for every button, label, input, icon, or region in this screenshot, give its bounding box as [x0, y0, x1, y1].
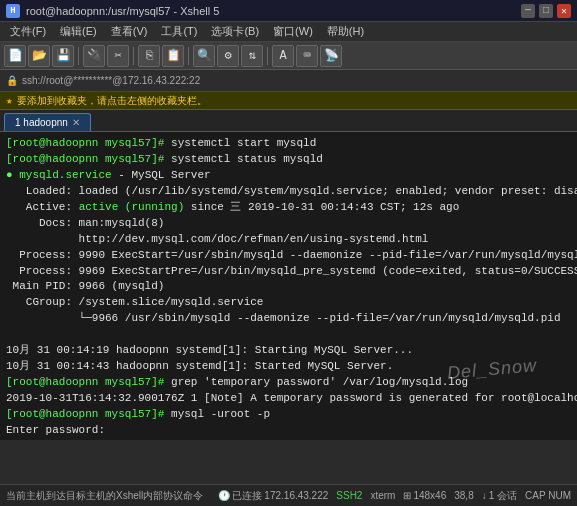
status-sessions: ↓ 1 会话	[482, 489, 517, 503]
toolbar-extra1[interactable]: A	[272, 45, 294, 67]
toolbar-sftp[interactable]: ⇅	[241, 45, 263, 67]
tab-bar: 1 hadoopnn ✕	[0, 110, 577, 132]
toolbar-new[interactable]: 📄	[4, 45, 26, 67]
toolbar-connect[interactable]: 🔌	[83, 45, 105, 67]
status-xterm: xterm	[370, 490, 395, 501]
notification-text: 要添加到收藏夹，请点击左侧的收藏夹栏。	[17, 94, 207, 108]
toolbar-sep2	[133, 47, 134, 65]
status-ssh: SSH2	[336, 490, 362, 501]
maximize-button[interactable]: □	[539, 4, 553, 18]
toolbar: 📄 📂 💾 🔌 ✂ ⎘ 📋 🔍 ⚙ ⇅ A ⌨ 📡	[0, 42, 577, 70]
minimize-button[interactable]: ─	[521, 4, 535, 18]
status-size: ⊞ 148x46	[403, 490, 446, 501]
toolbar-disconnect[interactable]: ✂	[107, 45, 129, 67]
tab-hadoopnn[interactable]: 1 hadoopnn ✕	[4, 113, 91, 131]
connection-bar: 🔒 ssh://root@**********@172.16.43.222:22	[0, 70, 577, 92]
status-right: 🕐 已连接 172.16.43.222 SSH2 xterm ⊞ 148x46 …	[218, 489, 571, 503]
title-bar: H root@hadoopnn:/usr/mysql57 - Xshell 5 …	[0, 0, 577, 22]
menu-bar: 文件(F) 编辑(E) 查看(V) 工具(T) 选项卡(B) 窗口(W) 帮助(…	[0, 22, 577, 42]
terminal[interactable]: [root@hadoopnn mysql57]# systemctl start…	[0, 132, 577, 440]
menu-view[interactable]: 查看(V)	[105, 23, 154, 40]
time-icon: 🕐	[218, 490, 230, 501]
status-bar: 当前主机到达目标主机的Xshell内部协议命令 🕐 已连接 172.16.43.…	[0, 484, 577, 506]
close-button[interactable]: ✕	[557, 4, 571, 18]
toolbar-sep3	[188, 47, 189, 65]
title-bar-left: H root@hadoopnn:/usr/mysql57 - Xshell 5	[6, 4, 219, 18]
menu-help[interactable]: 帮助(H)	[321, 23, 370, 40]
menu-tabs[interactable]: 选项卡(B)	[205, 23, 265, 40]
toolbar-sep4	[267, 47, 268, 65]
toolbar-extra3[interactable]: 📡	[320, 45, 342, 67]
menu-edit[interactable]: 编辑(E)	[54, 23, 103, 40]
terminal-content: [root@hadoopnn mysql57]# systemctl start…	[6, 136, 571, 440]
window-title: root@hadoopnn:/usr/mysql57 - Xshell 5	[26, 5, 219, 17]
resize-icon: ⊞	[403, 490, 411, 501]
menu-file[interactable]: 文件(F)	[4, 23, 52, 40]
connection-address: ssh://root@**********@172.16.43.222:22	[22, 75, 200, 86]
toolbar-copy[interactable]: ⎘	[138, 45, 160, 67]
ssh-icon: 🔒	[6, 75, 18, 87]
notification-icon: ★	[6, 94, 13, 107]
menu-tools[interactable]: 工具(T)	[155, 23, 203, 40]
status-col: 38,8	[454, 490, 473, 501]
toolbar-open[interactable]: 📂	[28, 45, 50, 67]
menu-window[interactable]: 窗口(W)	[267, 23, 319, 40]
status-caps: CAP NUM	[525, 490, 571, 501]
toolbar-save[interactable]: 💾	[52, 45, 74, 67]
notification-bar: ★ 要添加到收藏夹，请点击左侧的收藏夹栏。	[0, 92, 577, 110]
toolbar-extra2[interactable]: ⌨	[296, 45, 318, 67]
toolbar-sep1	[78, 47, 79, 65]
app-icon: H	[6, 4, 20, 18]
status-time: 🕐 已连接 172.16.43.222	[218, 489, 329, 503]
status-message: 当前主机到达目标主机的Xshell内部协议命令	[6, 489, 203, 503]
window-controls: ─ □ ✕	[521, 4, 571, 18]
tab-close-icon[interactable]: ✕	[72, 117, 80, 128]
toolbar-settings[interactable]: ⚙	[217, 45, 239, 67]
tab-label: 1 hadoopnn	[15, 117, 68, 128]
toolbar-find[interactable]: 🔍	[193, 45, 215, 67]
toolbar-paste[interactable]: 📋	[162, 45, 184, 67]
download-icon: ↓	[482, 490, 487, 501]
